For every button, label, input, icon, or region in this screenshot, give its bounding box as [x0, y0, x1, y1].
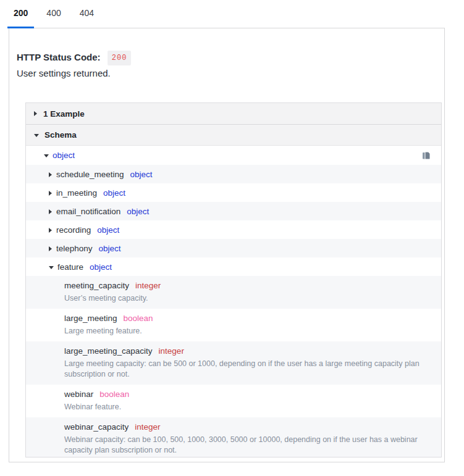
response-panel: HTTP Status Code: 200 User settings retu… — [9, 28, 445, 462]
property-type: object — [127, 207, 149, 216]
property-main: email_notificationobject — [56, 206, 437, 217]
property-name-line: webinar_capacityinteger — [64, 421, 437, 433]
property-type: object — [103, 188, 125, 198]
chevron-right-icon[interactable] — [49, 172, 52, 177]
schema-row[interactable]: in_meetingobject — [26, 183, 441, 202]
property-name: telephony — [56, 244, 93, 253]
property-name: meeting_capacity — [64, 281, 129, 290]
chevron-right-icon[interactable] — [49, 191, 52, 196]
property-type: integer — [135, 281, 161, 290]
tab-400-label: 400 — [46, 8, 61, 18]
schema-row: webinar_capacityintegerWebinar capacity:… — [26, 417, 441, 457]
property-name-line: object — [53, 149, 422, 161]
property-main: recordingobject — [56, 224, 437, 236]
schema-row[interactable]: email_notificationobject — [26, 202, 441, 220]
tab-404[interactable]: 404 — [74, 0, 100, 28]
schema-row: webinarbooleanWebinar feature. — [26, 385, 441, 417]
property-description: Large meeting feature. — [64, 326, 437, 336]
property-type: integer — [135, 422, 160, 432]
schema-body: objectschedule_meetingobjectin_meetingob… — [26, 145, 441, 457]
property-name-line: in_meetingobject — [56, 187, 437, 199]
response-description: User settings returned. — [17, 67, 434, 80]
property-type: integer — [159, 346, 184, 356]
property-main: object — [53, 149, 422, 161]
schema-header-label: Schema — [44, 130, 77, 140]
property-name: webinar — [64, 390, 93, 399]
property-main: featureobject — [57, 261, 437, 273]
chevron-right-icon[interactable] — [49, 228, 52, 233]
property-main: webinar_capacityintegerWebinar capacity:… — [64, 421, 437, 456]
property-type: boolean — [99, 390, 129, 399]
property-description: User’s meeting capacity. — [64, 293, 437, 304]
property-name: email_notification — [56, 207, 120, 216]
response-accordion: 1 Example Schema objectschedule_meetingo… — [25, 102, 442, 457]
property-main: schedule_meetingobject — [56, 169, 437, 180]
schema-row: large_meeting_capacityintegerLarge meeti… — [26, 341, 441, 385]
status-line: HTTP Status Code: 200 — [17, 51, 434, 65]
schema-row[interactable]: schedule_meetingobject — [26, 165, 441, 183]
property-name-line: meeting_capacityinteger — [64, 280, 437, 291]
example-header-label: 1 Example — [43, 109, 85, 119]
schema-row: large_meetingbooleanLarge meeting featur… — [26, 309, 441, 341]
property-name: recording — [56, 225, 91, 235]
property-main: in_meetingobject — [56, 187, 437, 199]
active-tab-indicator — [7, 27, 34, 28]
example-section-header[interactable]: 1 Example — [26, 103, 441, 124]
property-name-line: email_notificationobject — [56, 206, 437, 217]
property-main: large_meeting_capacityintegerLarge meeti… — [64, 345, 437, 380]
property-main: telephonyobject — [56, 243, 437, 254]
tab-404-label: 404 — [80, 8, 94, 18]
property-name: feature — [57, 262, 83, 272]
property-name: large_meeting_capacity — [64, 346, 153, 356]
property-name: webinar_capacity — [64, 422, 129, 432]
property-main: large_meetingbooleanLarge meeting featur… — [64, 312, 437, 336]
property-name-line: large_meeting_capacityinteger — [64, 345, 437, 357]
chevron-down-icon — [34, 134, 39, 137]
property-name-line: schedule_meetingobject — [56, 169, 437, 180]
status-code-tabbar: 200 400 404 — [7, 0, 464, 28]
property-name-line: webinarboolean — [64, 388, 437, 400]
property-description: Webinar capacity: can be 100, 500, 1000,… — [64, 435, 437, 456]
schema-row[interactable]: telephonyobject — [26, 239, 441, 257]
property-description: Webinar feature. — [64, 402, 437, 412]
schema-row: meeting_capacityintegerUser’s meeting ca… — [26, 276, 441, 309]
schema-row[interactable]: recordingobject — [26, 220, 441, 239]
tab-200-label: 200 — [14, 8, 28, 18]
copy-icon[interactable] — [422, 151, 431, 160]
property-name: in_meeting — [56, 188, 97, 198]
property-name: large_meeting — [64, 314, 117, 323]
property-type: object — [99, 244, 121, 253]
tab-400[interactable]: 400 — [40, 0, 67, 28]
property-type: object — [130, 170, 153, 179]
chevron-right-icon[interactable] — [49, 209, 52, 214]
property-name-line: featureobject — [57, 261, 437, 273]
chevron-right-icon — [34, 111, 37, 116]
property-name-line: recordingobject — [56, 224, 437, 236]
property-type: object — [90, 262, 112, 272]
property-main: meeting_capacityintegerUser’s meeting ca… — [64, 280, 437, 304]
status-code-label: HTTP Status Code: — [17, 52, 101, 62]
schema-section-header[interactable]: Schema — [26, 124, 441, 145]
chevron-right-icon[interactable] — [49, 246, 52, 251]
property-type: boolean — [124, 314, 153, 323]
property-name: schedule_meeting — [56, 170, 124, 179]
property-name-line: large_meetingboolean — [64, 312, 437, 324]
property-name-line: telephonyobject — [56, 243, 437, 254]
schema-row[interactable]: featureobject — [26, 257, 441, 276]
property-type: object — [97, 225, 119, 235]
property-main: webinarbooleanWebinar feature. — [64, 388, 437, 412]
property-type: object — [53, 151, 75, 160]
chevron-down-icon[interactable] — [44, 154, 49, 157]
schema-row[interactable]: object — [26, 146, 441, 165]
property-description: Large meeting capacity: can be 500 or 10… — [64, 359, 437, 380]
tab-200[interactable]: 200 — [7, 0, 34, 28]
status-code-badge: 200 — [108, 51, 132, 65]
chevron-down-icon[interactable] — [49, 266, 54, 269]
